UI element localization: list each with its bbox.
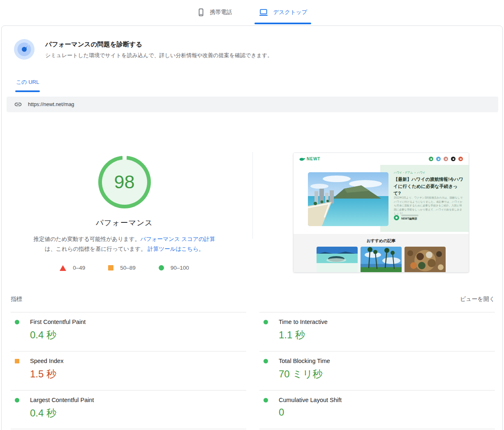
url-tab-underline <box>15 90 40 92</box>
preview-author: NEWT編集部 <box>394 215 418 221</box>
newt-logo-text: NEWT <box>307 157 320 161</box>
preview-author-name: NEWT編集部 <box>401 217 418 221</box>
tab-mobile-label: 携帯電話 <box>210 9 232 16</box>
report-card: パフォーマンスの問題を診断する シミュレートした環境でサイトを読み込んで、詳しい… <box>1 25 503 430</box>
legend-poor: 0–49 <box>60 265 85 271</box>
good-circle-icon <box>15 320 19 324</box>
average-square-icon <box>15 359 19 363</box>
desktop-icon <box>259 8 268 17</box>
mobile-phone-icon <box>197 7 205 17</box>
url-bar[interactable]: https://newt.net/mag <box>7 97 498 112</box>
legend-poor-label: 0–49 <box>73 265 85 271</box>
preview-breadcrumb: ハワイ・グアム ＞ ハワイ <box>394 171 425 175</box>
disclaimer-text-1: 推定値のため変動する可能性があります。 <box>33 236 140 242</box>
legend-good: 90–100 <box>159 265 189 271</box>
tab-desktop-label: デスクトップ <box>273 9 307 16</box>
metric-value: 0.4 秒 <box>30 328 246 342</box>
preview-thumbnails <box>317 247 446 273</box>
legend-average: 50–89 <box>108 265 136 271</box>
page-screenshot-preview: NEWT <box>293 153 469 273</box>
preview-recommended-heading: おすすめの記事 <box>294 238 469 244</box>
performance-score-gauge: 98 <box>98 156 151 208</box>
preview-site-header: NEWT <box>294 153 469 165</box>
active-tab-underline <box>254 23 312 24</box>
score-calc-link[interactable]: パフォーマンス スコアの計算 <box>140 236 215 242</box>
metrics-grid: First Contentful Paint 0.4 秒 Time to Int… <box>11 312 495 429</box>
metric-largest-contentful-paint: Largest Contentful Paint 0.4 秒 <box>11 390 246 429</box>
tab-mobile[interactable]: 携帯電話 <box>195 5 234 23</box>
score-legend: 0–49 50–89 90–100 <box>12 265 236 271</box>
social-icon-4 <box>451 157 455 161</box>
good-circle-icon <box>159 265 164 270</box>
performance-score-label: パフォーマンス <box>12 217 236 228</box>
good-circle-icon <box>264 359 268 363</box>
preview-hero-image <box>308 172 388 226</box>
performance-score-value: 98 <box>102 160 147 205</box>
thumbnail-food <box>405 247 446 273</box>
performance-gauge-icon <box>14 39 35 60</box>
metric-value: 0 <box>279 407 495 418</box>
metric-total-blocking-time: Total Blocking Time 70 ミリ秒 <box>259 351 495 390</box>
metric-time-to-interactive: Time to Interactive 1.1 秒 <box>259 312 495 351</box>
disclaimer-text-2: は、これらの指標を基に行っています。 <box>45 246 146 252</box>
analyzed-url: https://newt.net/mag <box>28 102 74 107</box>
average-square-icon <box>108 265 113 270</box>
metric-value: 1.5 秒 <box>30 368 246 381</box>
preview-social-icons <box>429 157 463 161</box>
metrics-section-title: 指標 <box>11 296 22 303</box>
preview-article-title: 【最新】ハワイの渡航情報!今ハワイに行くために必要な手続きって? <box>393 176 464 197</box>
good-circle-icon <box>264 398 268 402</box>
diagnose-header: パフォーマンスの問題を診断する シミュレートした環境でサイトを読み込んで、詳しい… <box>14 39 273 60</box>
good-circle-icon <box>15 398 19 402</box>
score-section: 98 パフォーマンス 推定値のため変動する可能性があります。パフォーマンス スコ… <box>12 156 236 271</box>
calc-tool-link[interactable]: 計算ツールはこちら。 <box>148 246 204 252</box>
legend-average-label: 50–89 <box>120 265 136 271</box>
metric-speed-index: Speed Index 1.5 秒 <box>11 351 246 390</box>
thumbnail-lagoon <box>317 247 358 273</box>
open-view-toggle[interactable]: ビューを開く <box>460 296 495 303</box>
device-toggle-bar: 携帯電話 デスクトップ <box>0 0 504 25</box>
metric-cumulative-layout-shift: Cumulative Layout Shift 0 <box>259 390 495 429</box>
social-icon-2 <box>436 157 441 161</box>
preview-author-avatar <box>394 215 399 220</box>
section-divider <box>252 152 253 239</box>
link-icon <box>14 100 22 109</box>
score-disclaimer: 推定値のため変動する可能性があります。パフォーマンス スコアの計算 は、これらの… <box>12 234 236 254</box>
preview-article-excerpt: 2022年3月より、ワクチン3回接種済みの方は、隔離なしでハワイに行けるようにな… <box>394 196 463 215</box>
tab-this-url[interactable]: この URL <box>16 79 39 86</box>
device-tabs: 携帯電話 デスクトップ <box>0 5 504 23</box>
legend-good-label: 90–100 <box>171 265 189 271</box>
good-circle-icon <box>264 320 268 324</box>
page-subtitle: シミュレートした環境でサイトを読み込んで、詳しい分析情報や改善の提案を確認できま… <box>45 52 273 59</box>
social-icon-3 <box>444 157 448 161</box>
metric-value: 70 ミリ秒 <box>279 368 495 381</box>
page-title: パフォーマンスの問題を診断する <box>45 39 273 49</box>
metric-first-contentful-paint: First Contentful Paint 0.4 秒 <box>11 312 246 351</box>
diagnose-header-text: パフォーマンスの問題を診断する シミュレートした環境でサイトを読み込んで、詳しい… <box>45 39 273 60</box>
newt-turtle-icon <box>299 157 305 161</box>
social-icon-5 <box>458 157 463 161</box>
social-icon-1 <box>429 157 433 161</box>
preview-date-placeholder <box>401 215 418 216</box>
thumbnail-palm-trees <box>361 247 402 273</box>
metric-value: 1.1 秒 <box>279 328 495 342</box>
newt-logo: NEWT <box>299 157 320 161</box>
metric-value: 0.4 秒 <box>30 407 246 420</box>
tab-desktop[interactable]: デスクトップ <box>257 5 309 23</box>
poor-triangle-icon <box>60 265 66 271</box>
